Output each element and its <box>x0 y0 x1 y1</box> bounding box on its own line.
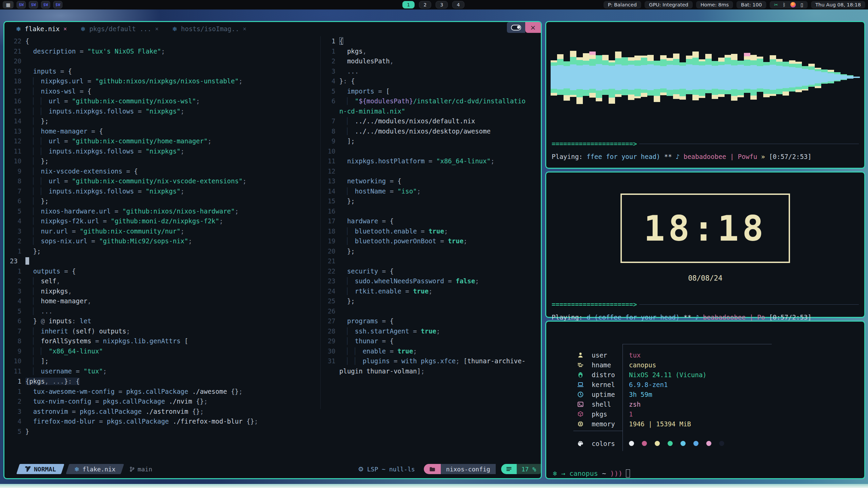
nix-snowflake-icon: ❄ <box>80 25 85 33</box>
status-pill: P: Balanced <box>604 1 641 8</box>
mode-segment: NORMAL <box>18 464 63 474</box>
statusline-right: ⚙ LSP ~ null-ls nixos-config 17 % <box>358 464 541 474</box>
fetch-label: kernel <box>592 381 615 388</box>
code-line: 28 ▏ ssh.startAgent = true; <box>324 326 540 337</box>
fetch-row-user: usertux <box>546 350 864 360</box>
memory-icon <box>577 420 584 428</box>
flame-icon[interactable] <box>790 2 796 7</box>
code-line: 1 outputs = { <box>10 266 319 277</box>
code-pane-pkgs-default[interactable]: 1{pkgs, ...}: {1 tux-awesome-wm-config =… <box>10 377 319 438</box>
workspace-badge[interactable]: $W <box>29 1 38 8</box>
editor-statusline: NORMAL ❄ flake.nix main ⚙ LSP ~ null-ls … <box>4 464 541 474</box>
fetch-label: hname <box>592 361 611 369</box>
code-line: 23 ▏ sudo.wheelNeedsPassword = false; <box>324 276 540 286</box>
nix-snowflake-icon: ❄ <box>74 466 79 473</box>
code-line: 14 ▏ }; <box>10 116 319 126</box>
tag-3[interactable]: 3 <box>436 1 448 8</box>
code-line: 5 imports = [ <box>324 86 540 97</box>
fetch-terminal-window[interactable]: usertuxhnamecanopusdistroNixOS 24.11 (Vi… <box>545 321 865 479</box>
clock-time: 18:18 <box>644 208 767 249</box>
code-line: 17 ▏ nixos-wsl = { <box>10 86 319 97</box>
fetch-label: memory <box>592 420 615 428</box>
code-line: 30 ▏ ▏ enable = true; <box>324 346 540 357</box>
progress-arrow: =====================> <box>552 140 637 147</box>
code-line: 15 }; <box>324 196 540 206</box>
code-line: 1{ <box>324 36 540 46</box>
topbar-clock: Thu Aug 08, 18:18 <box>815 2 861 7</box>
project-segment: nixos-config <box>441 464 496 474</box>
workspace-badge[interactable]: $W <box>17 1 26 8</box>
clock-pill: Thu Aug 08, 18:18 <box>811 1 865 8</box>
code-line: 4 firefox-mod-blur = pkgs.callPackage ./… <box>10 416 319 427</box>
scroll-percent-segment: 17 % <box>517 464 541 474</box>
tab-flake.nix[interactable]: ❄flake.nix× <box>16 25 67 33</box>
lsp-segment: ⚙ LSP ~ null-ls <box>358 465 415 473</box>
system-tray: ✂ ᛒ ▯ <box>770 1 808 8</box>
code-line: 24 ▏ rtkit.enable = true; <box>324 286 540 297</box>
code-line: 21 description = "tux's NixOS Flake"; <box>10 46 319 57</box>
code-line: 1{pkgs, ...}: { <box>10 377 319 387</box>
tab-hosts/isoImag..[interactable]: ❄hosts/isoImag..× <box>172 25 246 33</box>
workspace-tags: 1234 <box>402 1 465 8</box>
code-pane-iso-image[interactable]: 1{1 pkgs,2 modulesPath,3 ...4}: {5 impor… <box>320 36 540 409</box>
code-line: 27 programs = { <box>324 316 540 326</box>
bluetooth-icon[interactable]: ᛒ <box>783 2 786 7</box>
close-window-button[interactable]: × <box>525 22 541 33</box>
code-line: 6 } @ inputs: let <box>10 316 319 326</box>
phone-icon[interactable]: ▯ <box>801 2 803 7</box>
branch-label: main <box>138 466 152 473</box>
code-line: 26 <box>324 306 540 317</box>
code-line: 23 <box>10 256 319 266</box>
view-toggle-button[interactable] <box>507 22 525 33</box>
nix-snowflake-icon: ❄ <box>172 25 177 33</box>
code-line: 21 <box>324 256 540 266</box>
topbar-right: P: BalancedGPU: IntegratedHome: 8msBat: … <box>604 1 865 8</box>
status-pill: Bat: 100 <box>736 1 766 8</box>
code-line: 22 security = { <box>324 266 540 277</box>
workspace-badge[interactable]: $W <box>53 1 62 8</box>
code-line: 25 }; <box>324 296 540 306</box>
fetch-value: zsh <box>629 401 640 408</box>
code-line: n-cd-minimal.nix" <box>324 106 540 117</box>
tab-close-icon[interactable]: × <box>63 25 67 32</box>
code-pane-flake[interactable]: 22{21 description = "tux's NixOS Flake";… <box>10 36 319 377</box>
file-segment: ❄ flake.nix <box>67 464 122 474</box>
list-chip <box>501 464 517 474</box>
folder-chip <box>424 464 441 474</box>
lsp-label: LSP ~ null-ls <box>367 466 415 473</box>
tag-2[interactable]: 2 <box>419 1 431 8</box>
tab-pkgs/default ...[interactable]: ❄pkgs/default ...× <box>80 25 158 33</box>
code-line: 18 ▏ nixpkgs.url = "github:nixos/nixpkgs… <box>10 76 319 86</box>
code-line: 29 ▏ thunar = { <box>324 336 540 346</box>
network-icon[interactable]: ✂ <box>774 2 778 7</box>
color-dot <box>642 441 647 446</box>
fetch-row-uptime: uptime3h 59m <box>546 389 864 399</box>
code-line: 19 ▏ bluetooth.powerOnBoot = true; <box>324 236 540 246</box>
divider-line <box>639 144 859 144</box>
code-line: 6 ▏ }; <box>10 196 319 206</box>
launcher-button[interactable]: ▦ <box>3 1 14 8</box>
tag-1[interactable]: 1 <box>402 1 415 8</box>
tag-4[interactable]: 4 <box>452 1 465 8</box>
shell-icon <box>577 401 584 408</box>
code-line: 4 ▏ nixpkgs-f2k.url = "github:moni-dz/ni… <box>10 216 319 226</box>
tab-close-icon[interactable]: × <box>243 25 246 32</box>
hostname-icon <box>577 361 584 369</box>
code-line: 1 }; <box>10 246 319 257</box>
tab-label: pkgs/default ... <box>89 25 151 33</box>
code-line: 16 <box>324 206 540 217</box>
code-line: 4}: { <box>324 76 540 86</box>
tab-close-icon[interactable]: × <box>155 25 158 32</box>
workspace-badge[interactable]: $W <box>41 1 50 8</box>
fetch-value: 3h 59m <box>629 391 652 398</box>
neovim-window: ❄flake.nix×❄pkgs/default ...×❄hosts/isoI… <box>3 21 542 479</box>
top-bar: ▦ $W$W$W$W 1234 P: BalancedGPU: Integrat… <box>0 0 868 9</box>
lines-icon <box>506 466 512 472</box>
shell-prompt[interactable]: ❄ → canopus ~ ))) <box>553 469 630 477</box>
color-dot <box>655 441 660 446</box>
window-controls: × <box>507 22 541 33</box>
color-dot <box>706 441 711 446</box>
now-playing-text: Playing: ffee for your head) ** ♪ beabad… <box>552 153 861 160</box>
fetch-value: 1 <box>629 410 633 418</box>
code-line: 8 ▏ ../../modules/nixos/desktop/awesome <box>324 126 540 137</box>
